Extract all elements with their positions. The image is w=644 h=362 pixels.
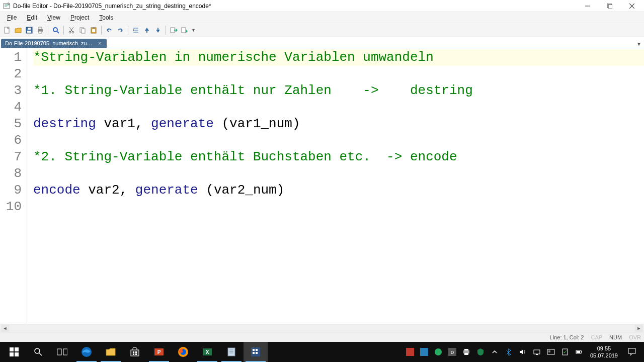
code-line[interactable]: encode var2, generate (var2_num) — [33, 182, 644, 199]
code-line[interactable]: *1. String-Variable enthält nur Zahlen -… — [33, 82, 644, 99]
find-icon[interactable] — [51, 25, 61, 35]
tray-network-icon[interactable] — [531, 342, 543, 362]
windows-taskbar[interactable]: P X D 09:55 05.07.2019 — [0, 342, 644, 362]
taskbar-store-icon[interactable] — [123, 342, 147, 362]
svg-rect-23 — [82, 29, 85, 33]
svg-rect-63 — [406, 348, 414, 356]
titlebar: Do-file Editor - Do-File-20190705_numeri… — [0, 0, 644, 12]
tray-overflow-icon[interactable] — [489, 342, 501, 362]
redo-icon[interactable] — [115, 25, 125, 35]
cursor-position: Line: 1, Col: 2 — [550, 334, 584, 340]
line-number-gutter: 12345678910 — [0, 48, 27, 324]
code-line[interactable] — [33, 99, 644, 116]
tray-app3-icon[interactable] — [432, 342, 444, 362]
taskbar-powerpoint-icon[interactable]: P — [147, 342, 171, 362]
taskbar-stata-icon[interactable] — [244, 342, 268, 362]
svg-rect-41 — [63, 349, 67, 355]
cut-icon[interactable] — [66, 25, 76, 35]
indent-toggle-icon[interactable] — [131, 25, 141, 35]
tab-label: Do-File-20190705_numerisch_zu_st... — [5, 40, 94, 46]
start-button[interactable] — [2, 342, 26, 362]
system-tray[interactable]: D 09:55 05.07.2019 — [404, 342, 642, 362]
svg-point-16 — [53, 28, 57, 32]
document-tab[interactable]: Do-File-20190705_numerisch_zu_st... × — [1, 39, 107, 48]
svg-rect-54 — [228, 348, 235, 356]
taskbar-edge-icon[interactable] — [74, 342, 99, 362]
svg-rect-32 — [171, 28, 175, 33]
svg-rect-60 — [256, 349, 258, 351]
code-line[interactable] — [33, 132, 644, 149]
svg-rect-45 — [135, 351, 137, 353]
svg-text:D: D — [451, 350, 454, 355]
action-center-icon[interactable] — [623, 342, 641, 362]
taskbar-notepad-icon[interactable] — [219, 342, 244, 362]
code-line[interactable] — [33, 199, 644, 215]
menu-file[interactable]: File — [2, 13, 22, 22]
print-icon[interactable] — [35, 25, 45, 35]
code-line[interactable]: *2. String-Variable enthält Buchstaben e… — [33, 149, 644, 165]
scroll-left-icon[interactable]: ◄ — [1, 325, 9, 332]
code-area[interactable]: *String-Variablen in numerische Variable… — [27, 48, 644, 324]
svg-rect-47 — [135, 353, 137, 355]
svg-rect-43 — [131, 350, 139, 356]
svg-rect-37 — [15, 352, 19, 356]
svg-rect-25 — [93, 27, 95, 29]
code-line[interactable]: destring var1, generate (var1_num) — [33, 116, 644, 132]
tray-bluetooth-icon[interactable] — [503, 342, 515, 362]
taskbar-excel-icon[interactable]: X — [195, 342, 219, 362]
tray-lang-icon[interactable] — [545, 342, 557, 362]
search-icon[interactable] — [26, 342, 50, 362]
new-icon[interactable] — [2, 25, 12, 35]
dropdown-arrow-icon[interactable]: ▼ — [191, 28, 196, 33]
code-line[interactable] — [33, 66, 644, 82]
menu-project[interactable]: Project — [65, 13, 94, 22]
status-cap: CAP — [591, 334, 602, 340]
line-number: 5 — [0, 116, 27, 132]
maximize-button[interactable] — [599, 0, 621, 12]
tray-printer-icon[interactable] — [460, 342, 472, 362]
svg-rect-14 — [39, 27, 42, 29]
menu-view[interactable]: View — [42, 13, 65, 22]
code-line[interactable]: *String-Variablen in numerische Variable… — [33, 49, 644, 66]
close-button[interactable] — [621, 0, 643, 12]
scroll-right-icon[interactable]: ► — [635, 325, 643, 332]
run-icon[interactable] — [180, 25, 190, 35]
tabstrip: Do-File-20190705_numerisch_zu_st... × ▼ — [0, 37, 644, 48]
editor[interactable]: 12345678910 *String-Variablen in numeris… — [0, 48, 644, 324]
svg-rect-64 — [420, 348, 428, 356]
task-view-icon[interactable] — [50, 342, 74, 362]
tab-close-icon[interactable]: × — [97, 40, 103, 46]
taskbar-explorer-icon[interactable] — [99, 342, 123, 362]
save-icon[interactable] — [24, 25, 34, 35]
undo-icon[interactable] — [104, 25, 114, 35]
svg-rect-71 — [534, 350, 540, 354]
svg-rect-34 — [10, 347, 14, 351]
tray-app4-icon[interactable]: D — [446, 342, 458, 362]
status-num: NUM — [609, 334, 622, 340]
menu-edit[interactable]: Edit — [22, 13, 42, 22]
copy-icon[interactable] — [77, 25, 88, 35]
open-icon[interactable] — [13, 25, 23, 35]
bookmark-prev-icon[interactable] — [142, 25, 152, 35]
horizontal-scrollbar[interactable]: ◄ ► — [0, 324, 644, 332]
taskbar-clock[interactable]: 09:55 05.07.2019 — [587, 345, 621, 359]
svg-rect-44 — [133, 351, 134, 353]
menu-tools[interactable]: Tools — [94, 13, 118, 22]
tab-overflow-icon[interactable]: ▼ — [635, 40, 643, 48]
tray-app2-icon[interactable] — [418, 342, 430, 362]
run-selection-icon[interactable] — [169, 25, 179, 35]
code-line[interactable] — [33, 165, 644, 182]
taskbar-firefox-icon[interactable] — [171, 342, 195, 362]
minimize-button[interactable] — [577, 0, 599, 12]
tray-app1-icon[interactable] — [404, 342, 416, 362]
tray-power-icon[interactable] — [573, 342, 585, 362]
svg-rect-2 — [5, 6, 9, 6]
svg-rect-40 — [57, 349, 61, 355]
paste-icon[interactable] — [89, 25, 99, 35]
svg-rect-11 — [27, 31, 31, 33]
tray-av-icon[interactable] — [474, 342, 487, 362]
status-ovr: OVR — [629, 334, 641, 340]
tray-security-icon[interactable] — [559, 342, 571, 362]
bookmark-next-icon[interactable] — [153, 25, 163, 35]
tray-volume-icon[interactable] — [517, 342, 529, 362]
